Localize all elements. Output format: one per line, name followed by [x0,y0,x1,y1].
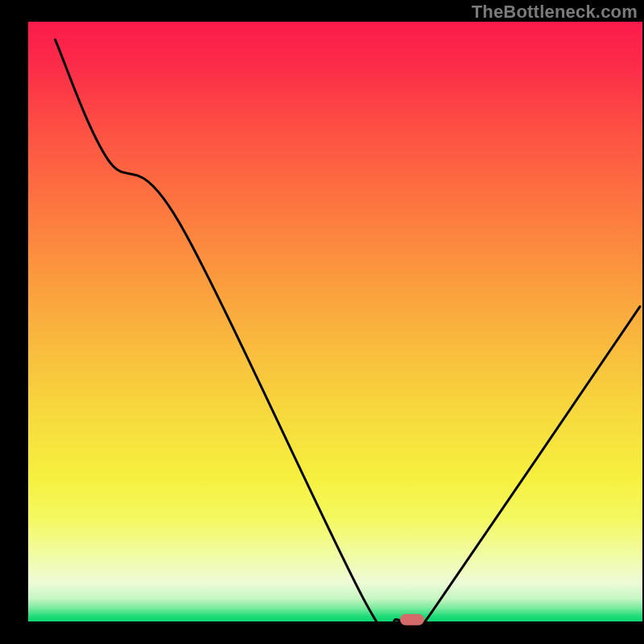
watermark-text: TheBottleneck.com [472,2,638,23]
marker-pill [400,614,424,625]
bottleneck-chart: TheBottleneck.com [0,0,644,644]
plot-background [28,22,642,621]
chart-svg [0,0,644,644]
